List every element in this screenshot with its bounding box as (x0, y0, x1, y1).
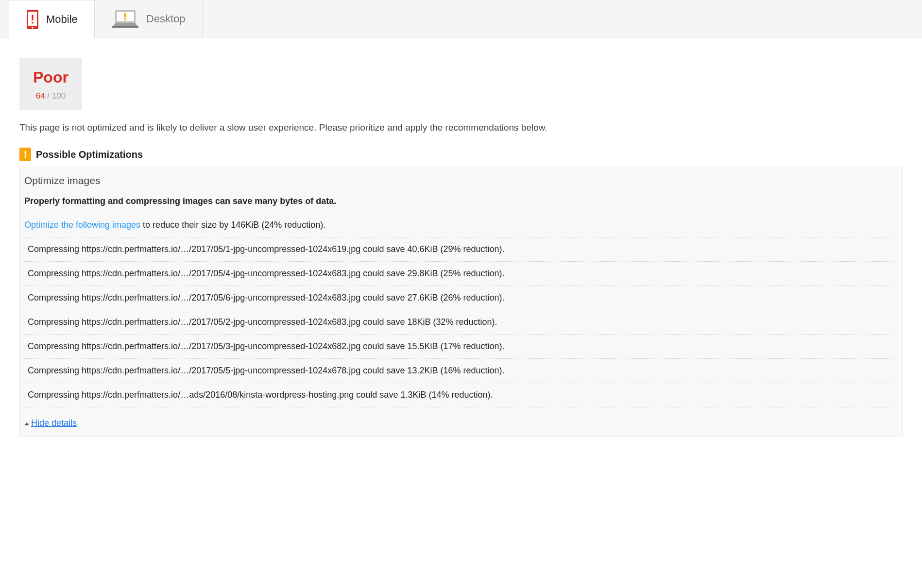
list-item: Compressing https://cdn.perfmatters.io/…… (24, 383, 898, 407)
list-item: Compressing https://cdn.perfmatters.io/…… (24, 237, 898, 262)
score-number: 64 (36, 91, 45, 101)
desktop-icon (111, 9, 139, 29)
warning-icon: ! (19, 148, 31, 161)
optimization-tail: to reduce their size by 146KiB (24% redu… (140, 220, 325, 230)
optimize-images-link[interactable]: Optimize the following images (24, 220, 140, 230)
svg-marker-9 (113, 23, 137, 27)
optimization-panel: Optimize images Properly formatting and … (19, 167, 903, 437)
svg-rect-8 (124, 18, 126, 20)
list-item: Compressing https://cdn.perfmatters.io/…… (24, 335, 898, 359)
svg-rect-4 (32, 22, 33, 23)
content-area: Poor 64 / 100 This page is not optimized… (0, 38, 922, 451)
svg-point-2 (32, 27, 34, 29)
tab-mobile-label: Mobile (46, 13, 78, 26)
triangle-up-icon (24, 422, 29, 425)
section-header: ! Possible Optimizations (19, 148, 903, 161)
hide-details-link[interactable]: Hide details (31, 418, 77, 428)
summary-text: This page is not optimized and is likely… (19, 122, 903, 133)
list-item: Compressing https://cdn.perfmatters.io/…… (24, 286, 898, 310)
hide-details-row: Hide details (24, 418, 898, 428)
svg-rect-7 (124, 13, 126, 17)
score-sep: / (45, 91, 52, 101)
list-item: Compressing https://cdn.perfmatters.io/…… (24, 262, 898, 286)
tab-desktop-label: Desktop (146, 13, 186, 25)
list-item: Compressing https://cdn.perfmatters.io/…… (24, 359, 898, 383)
score-total: 100 (52, 91, 66, 101)
score-label: Poor (33, 68, 68, 86)
tabs-bar: Mobile Desktop (0, 0, 922, 38)
optimization-subtitle: Optimize images (24, 175, 898, 186)
optimization-bold: Properly formatting and compressing imag… (24, 196, 898, 206)
optimization-line: Optimize the following images to reduce … (24, 220, 898, 230)
score-box: Poor 64 / 100 (19, 58, 82, 110)
tab-mobile[interactable]: Mobile (9, 0, 95, 38)
section-title: Possible Optimizations (36, 149, 143, 160)
svg-rect-10 (112, 26, 138, 28)
tab-desktop[interactable]: Desktop (95, 0, 203, 38)
svg-rect-3 (32, 15, 33, 20)
optimization-list: Compressing https://cdn.perfmatters.io/…… (24, 237, 898, 407)
mobile-icon (26, 9, 39, 30)
score-value: 64 / 100 (33, 91, 68, 101)
list-item: Compressing https://cdn.perfmatters.io/…… (24, 310, 898, 335)
